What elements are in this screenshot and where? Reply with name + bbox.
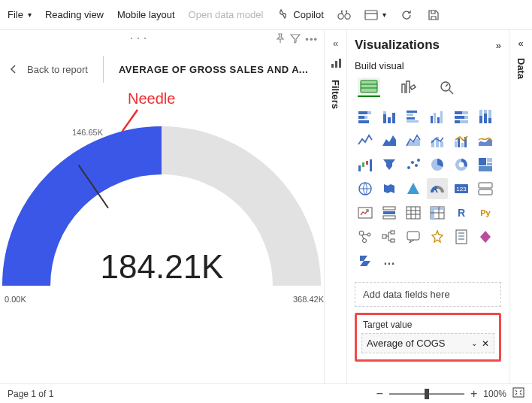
zoom-in-button[interactable]: + [470,387,477,401]
viz-line[interactable] [355,130,376,151]
svg-rect-45 [458,138,460,147]
svg-rect-94 [456,230,467,244]
separator [103,56,104,83]
viz-ribbon[interactable] [475,130,496,151]
viz-multi-row-card[interactable] [475,178,496,199]
viz-stacked-bar[interactable] [355,106,376,127]
svg-point-86 [367,233,370,236]
viz-gauge[interactable] [427,178,448,199]
viz-power-automate[interactable] [355,250,376,271]
viz-treemap[interactable] [475,154,496,175]
viz-funnel[interactable] [379,154,400,175]
viz-filled-map[interactable] [379,178,400,199]
expand-data-icon[interactable]: « [518,38,523,49]
svg-rect-91 [391,231,394,234]
viz-pie[interactable] [427,154,448,175]
pin-icon[interactable] [275,33,286,46]
save-button[interactable] [427,8,440,22]
svg-rect-20 [392,113,395,123]
viz-100-stacked-column[interactable] [475,106,496,127]
svg-rect-6 [335,61,337,68]
svg-rect-60 [487,158,492,162]
build-visual-label: Build visual [355,60,501,71]
viz-card[interactable]: 123 [451,178,472,199]
viz-r-visual[interactable]: R [451,202,472,223]
reading-view-button[interactable]: Reading view [45,9,104,20]
viz-clustered-column[interactable] [427,106,448,127]
viz-decomposition-tree[interactable] [379,226,400,247]
svg-rect-90 [382,235,386,238]
viz-kpi[interactable] [355,202,376,223]
remove-field-icon[interactable]: ✕ [482,338,489,349]
gauge-visual[interactable]: Needle 146.65K 184.21K 0.00K 368.42K [0,90,324,383]
viz-table[interactable] [403,202,424,223]
viz-line-clustered-column[interactable] [451,130,472,151]
svg-rect-59 [479,158,486,165]
data-pane-collapsed[interactable]: « Data [509,30,532,383]
viz-key-influencers[interactable] [355,226,376,247]
viz-azure-map[interactable] [403,178,424,199]
more-options-icon[interactable]: ••• [305,34,318,45]
viz-stacked-column[interactable] [379,106,400,127]
copilot-button[interactable]: Copilot [277,8,323,22]
fit-to-page-icon[interactable] [512,387,524,400]
zoom-out-button[interactable]: − [376,387,383,401]
viz-paginated-report[interactable] [451,226,472,247]
layout-icon [364,8,378,22]
filter-icon[interactable] [290,33,301,46]
mobile-layout-button[interactable]: Mobile layout [117,9,175,20]
viz-donut[interactable] [451,154,472,175]
viz-clustered-bar[interactable] [403,106,424,127]
expand-filters-icon[interactable]: « [333,38,338,49]
bar-chart-icon[interactable] [331,58,341,71]
viz-smart-narrative[interactable] [427,226,448,247]
zoom-slider[interactable] [389,393,464,395]
refresh-button[interactable] [400,8,413,22]
viz-100-stacked-bar[interactable] [451,106,472,127]
chevron-down-icon[interactable]: ⌄ [471,339,477,347]
file-menu[interactable]: File ▾ [8,9,32,20]
tab-format-visual[interactable] [397,77,419,97]
svg-rect-14 [358,116,364,119]
viz-stacked-area[interactable] [403,130,424,151]
expand-viz-icon[interactable]: » [496,40,501,51]
svg-rect-32 [455,116,464,119]
svg-rect-72 [383,216,395,219]
view-dropdown[interactable]: ▾ [364,8,386,22]
drag-grip-icon[interactable] [131,38,146,41]
viz-py-visual[interactable]: Py [475,202,496,223]
viz-matrix[interactable] [427,202,448,223]
svg-rect-93 [407,232,419,240]
chevron-down-icon: ▾ [28,11,32,19]
visualization-gallery: 123 R Py … [355,106,501,271]
status-bar: Page 1 of 1 − + 100% [0,383,532,403]
svg-rect-40 [488,118,491,123]
tab-analytics[interactable] [436,77,458,97]
viz-slicer[interactable] [379,202,400,223]
viz-scatter[interactable] [403,154,424,175]
viz-power-apps[interactable] [475,226,496,247]
viz-get-more[interactable]: … [379,250,400,271]
viz-qa[interactable] [403,226,424,247]
svg-rect-38 [484,114,487,123]
svg-line-64 [435,189,437,192]
viz-area[interactable] [379,130,400,151]
viz-line-stacked-column[interactable] [427,130,448,151]
svg-rect-30 [455,111,462,114]
find-button[interactable] [337,8,351,22]
target-value-field[interactable]: Average of COGS ⌄ ✕ [361,333,494,353]
zoom-level: 100% [483,389,506,399]
viz-map[interactable] [355,178,376,199]
back-to-report-button[interactable]: Back to report [9,64,88,75]
binoculars-icon [337,8,351,22]
svg-rect-92 [391,239,394,242]
gauge-max-label: 368.42K [293,295,324,304]
svg-rect-26 [434,113,436,123]
chevron-down-icon: ▾ [382,11,386,19]
svg-rect-18 [383,111,386,114]
svg-rect-27 [437,117,440,123]
tab-build-visual[interactable] [358,77,380,97]
filters-pane-collapsed[interactable]: « Filters [325,30,347,383]
viz-waterfall[interactable] [355,154,376,175]
values-well[interactable]: Add data fields here [355,282,501,307]
